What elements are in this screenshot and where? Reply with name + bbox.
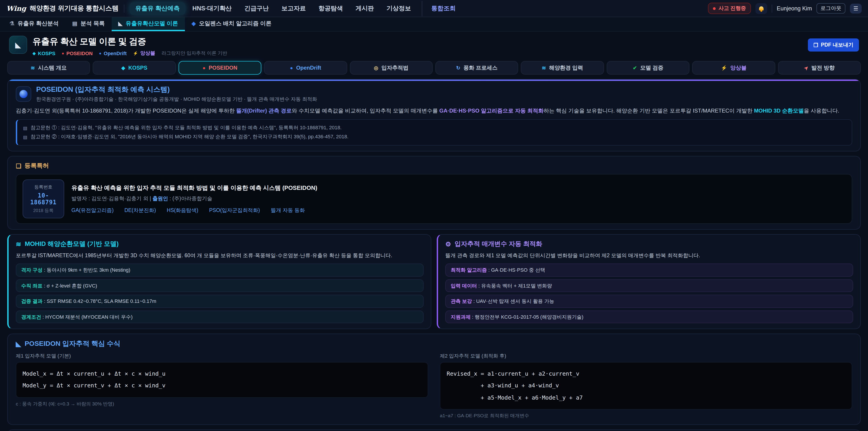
pill-system-overview[interactable]: ≋ 시스템 개요 (7, 61, 90, 74)
tag-pso[interactable]: PSO(입자군집최적화) (209, 207, 260, 214)
formulas-heading-label: POSEIDON 입자추적 핵심 수식 (25, 339, 120, 348)
spec-label: 최적화 알고리즘 (451, 267, 487, 273)
logout-button[interactable]: 로그아웃 (816, 3, 845, 13)
pill-poseidon[interactable]: ● POSEIDON (179, 61, 261, 74)
patent-meta: 발명자 : 김도연·김용혁·김충기 외 | 출원인 : (주)아라종합기술 (71, 195, 317, 202)
diamond-icon: ◆ (33, 51, 36, 55)
badge-poseidon: ● POSEIDON (62, 51, 93, 56)
nav-item-weather[interactable]: 기상정보 (381, 2, 416, 15)
tab-oil-fence-theory[interactable]: ◈ 오일펜스 배치 알고리즘 이론 (185, 17, 278, 31)
pill-weathering-process[interactable]: ↻ 풍화 프로세스 (435, 61, 518, 74)
patent-section: ❏ 등록특허 등록번호 10-1868791 2018 등록 유출유 확산 예측… (7, 156, 861, 229)
model2-code: Revised_x = a1·current_u + a2·current_v … (440, 362, 852, 409)
spec-value: : SST RMSE 0.42~0.78°C, SLA RMSE 0.11~0.… (42, 298, 156, 304)
nav-item-oil-spill-forecast[interactable]: 유출유 확산예측 (130, 2, 185, 15)
incident-status-badge[interactable]: 사고 진행중 (708, 3, 751, 14)
pill-model-validation[interactable]: ✔ 모델 검증 (607, 61, 690, 74)
operation-section: ↻ POSEIDON_V2 상시 운용 체계 외부 입력 자료 HYCOM 해류… (7, 429, 861, 431)
pill-label: OpenDrift (296, 65, 321, 71)
spec-row-validation: 검증 결과 : SST RMSE 0.42~0.78°C, SLA RMSE 0… (16, 295, 424, 308)
registration-year: 2018 등록 (26, 208, 61, 214)
model1-caption: c : 풍속 가중치 (예: c=0.3 → 바람의 30% 반영) (16, 401, 428, 407)
poseidon-titles: POSEIDON (입자추적 최적화 예측 시스템) 한국환경연구원 · (주)… (36, 85, 317, 102)
rocket-icon: ➤ (803, 64, 810, 71)
tab-analysis-list[interactable]: ▤ 분석 목록 (66, 17, 112, 31)
reference-text: 참고문헌 ① : 김도연·김용혁, "유출유 확산 예측을 위한 입자 추적 모… (31, 123, 342, 132)
spec-label: 입력 데이터 (451, 283, 477, 288)
registration-number-label: 등록번호 (26, 184, 61, 190)
pill-label: 모델 검증 (640, 64, 663, 72)
nav-item-reports[interactable]: 보고자료 (276, 2, 311, 15)
nav-item-board[interactable]: 게시판 (350, 2, 379, 15)
pill-future-direction[interactable]: ➤ 발전 방향 (778, 61, 861, 74)
nav-item-aerial-search[interactable]: 항공탐색 (313, 2, 348, 15)
brand-name: 해양환경 위기대응 통합시스템 (30, 4, 119, 13)
tag-ga[interactable]: GA(유전알고리즘) (71, 207, 114, 214)
tab-label: 오일펜스 배치 알고리즘 이론 (199, 20, 272, 27)
lightning-icon: ⚡ (721, 65, 727, 71)
tab-spill-analysis[interactable]: ⚗ 유출유 확산분석 (3, 17, 66, 31)
model1-label: 제1 입자추적 모델 (기본) (16, 352, 428, 359)
poseidon-subtitle: 한국환경연구원 · (주)아라종합기술 · 한국해양기상기술 공동개발 · MO… (36, 96, 317, 102)
poseidon-icon-box (16, 86, 31, 101)
spec-row-algorithm: 최적화 알고리즘 : GA·DE·HS·PSO 중 선택 (445, 264, 853, 276)
applicant-label: 출원인 (153, 196, 168, 201)
tag-drifter-assimilation[interactable]: 뜰개 자동 동화 (271, 207, 305, 214)
page-icon-box: ◣ (9, 36, 27, 54)
model1-code: Model_x = Δt × current_u + Δt × c × wind… (16, 362, 428, 398)
spec-value: : 유속풍속 벡터 + 제1모델 변화량 (477, 283, 552, 288)
patent-heading: ❏ 등록특허 (16, 162, 852, 170)
page-header: ◣ 유출유 확산 모델 이론 및 검증 ◆ KOSPS ● POSEIDON ●… (0, 32, 868, 59)
tag-hs[interactable]: HS(화음탐색) (167, 207, 198, 214)
pill-particle-tracking[interactable]: ◎ 입자추적법 (350, 61, 433, 74)
tab-label: 유출유확산모델 이론 (126, 20, 178, 27)
pill-ensemble[interactable]: ⚡ 앙상블 (692, 61, 775, 74)
main-nav: 유출유 확산예측 HNS·대기확산 긴급구난 보고자료 항공탐색 게시판 기상정… (130, 1, 703, 16)
para-text: 하는 핵심 기술을 보유합니다. 해양순환 기반 모델은 포르투갈 IST/MA… (544, 107, 754, 114)
model2-label: 제2 입자추적 모델 (최적화 후) (440, 352, 852, 359)
nav-item-emergency-rescue[interactable]: 긴급구난 (239, 2, 274, 15)
reference-text: 참고문헌 ② : 이재호·임병준·김도연 외, "2016년 동아시아 해역의 … (31, 132, 348, 142)
mohid-model-card: ≋ MOHID 해양순환모델 (기반 모델) 포르투갈 IST/MARETEC에… (7, 234, 431, 329)
para-text: 와 수치모델 예측값을 비교하여, 입자추적 모델의 매개변수를 (291, 107, 439, 114)
reference-item: ▤ 참고문헌 ① : 김도연·김용혁, "유출유 확산 예측을 위한 입자 추적… (23, 123, 846, 132)
tab-model-theory[interactable]: ◣ 유출유확산모델 이론 (112, 17, 185, 31)
diamond-icon: ◆ (121, 65, 125, 71)
spec-value: : UAV·선박 탑재 센서 동시 활용 가능 (472, 298, 554, 304)
model2-formula-block: 제2 입자추적 모델 (최적화 후) Revised_x = a1·curren… (440, 352, 852, 419)
pill-label: POSEIDON (209, 65, 237, 71)
drifter-path-highlight: 뜰개(Drifter) 관측 경로 (236, 107, 291, 114)
patent-heading-label: 등록특허 (24, 162, 49, 170)
pill-label: 앙상블 (730, 64, 747, 72)
bell-icon (759, 6, 764, 10)
notifications-button[interactable] (755, 3, 767, 14)
pill-opendrift[interactable]: ● OpenDrift (264, 61, 347, 74)
pill-kosps[interactable]: ◆ KOSPS (93, 61, 176, 74)
pdf-export-button[interactable]: ❐ PDF 내보내기 (808, 38, 859, 52)
patent-card: 등록번호 10-1868791 2018 등록 유출유 확산 예측을 위한 입자… (16, 174, 852, 224)
spec-row-boundary: 경계조건 : HYCOM 재분석 (MYOCEAN 대비 우수) (16, 310, 424, 323)
circle-icon: ● (203, 65, 206, 70)
pill-ocean-env-input[interactable]: ≋ 해양환경 입력 (521, 61, 604, 74)
references-box: ▤ 참고문헌 ① : 김도연·김용혁, "유출유 확산 예측을 위한 입자 추적… (16, 119, 852, 146)
hamburger-menu-button[interactable]: ☰ (850, 3, 862, 13)
nav-item-hns-atmos[interactable]: HNS·대기확산 (187, 2, 237, 15)
tag-de[interactable]: DE(차분진화) (125, 207, 156, 214)
badge-opendrift: ● OpenDrift (99, 51, 127, 56)
brand[interactable]: Wing 해양환경 위기대응 통합시스템 (6, 4, 119, 13)
page-title-block: 유출유 확산 모델 이론 및 검증 ◆ KOSPS ● POSEIDON ● O… (33, 36, 227, 57)
pdf-export-label: PDF 내보내기 (821, 41, 854, 49)
spec-label: 지원과제 (451, 314, 471, 319)
page-title: 유출유 확산 모델 이론 및 검증 (33, 36, 227, 48)
badge-label: KOSPS (38, 51, 55, 56)
clipboard-icon: ▤ (72, 20, 78, 27)
lightning-icon: ⚡ (133, 51, 138, 55)
gear-icon: ⚙ (445, 241, 451, 248)
poseidon-description: 김충기·김도연 외(등록특허 10-1868791, 2018)가 개발한 PO… (16, 107, 852, 116)
wave-icon: ≋ (31, 65, 35, 71)
poseidon-title: POSEIDON (입자추적 최적화 예측 시스템) (36, 85, 317, 94)
blue-orb-icon (20, 90, 28, 98)
poseidon-overview-section: POSEIDON (입자추적 최적화 예측 시스템) 한국환경연구원 · (주)… (7, 79, 861, 151)
nav-item-integrated-search[interactable]: 통합조회 (422, 1, 460, 16)
divider (124, 4, 125, 12)
